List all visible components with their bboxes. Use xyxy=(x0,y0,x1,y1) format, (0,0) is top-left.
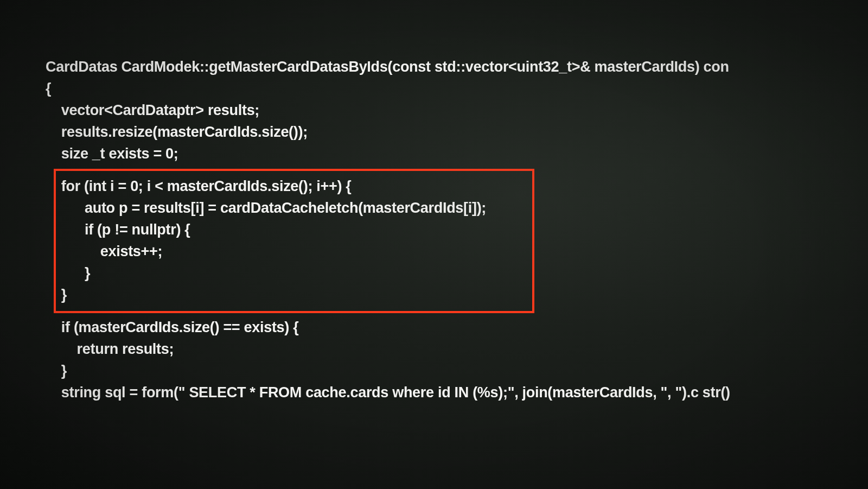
blank-line xyxy=(46,164,868,175)
blank-line xyxy=(46,306,868,316)
code-line: exists++; xyxy=(46,240,868,262)
code-line: { xyxy=(46,78,868,99)
code-line: auto p = results[i] = cardDataCacheletch… xyxy=(46,197,868,219)
code-line: if (masterCardIds.size() == exists) { xyxy=(46,316,868,338)
code-line: } xyxy=(46,262,868,284)
code-line: size _t exists = 0; xyxy=(46,143,868,164)
code-line: for (int i = 0; i < masterCardIds.size()… xyxy=(46,175,868,197)
code-line: CardDatas CardModek::getMasterCardDatasB… xyxy=(46,56,868,78)
code-line: } xyxy=(46,360,868,382)
code-block: CardDatas CardModek::getMasterCardDatasB… xyxy=(46,56,868,403)
code-line: results.resize(masterCardIds.size()); xyxy=(46,121,868,143)
code-line: if (p != nullptr) { xyxy=(46,219,868,240)
code-line: string sql = form(" SELECT * FROM cache.… xyxy=(46,382,868,403)
code-line: } xyxy=(46,284,868,306)
code-line: return results; xyxy=(46,338,868,360)
code-line: vector<CardDataptr> results; xyxy=(46,99,868,121)
